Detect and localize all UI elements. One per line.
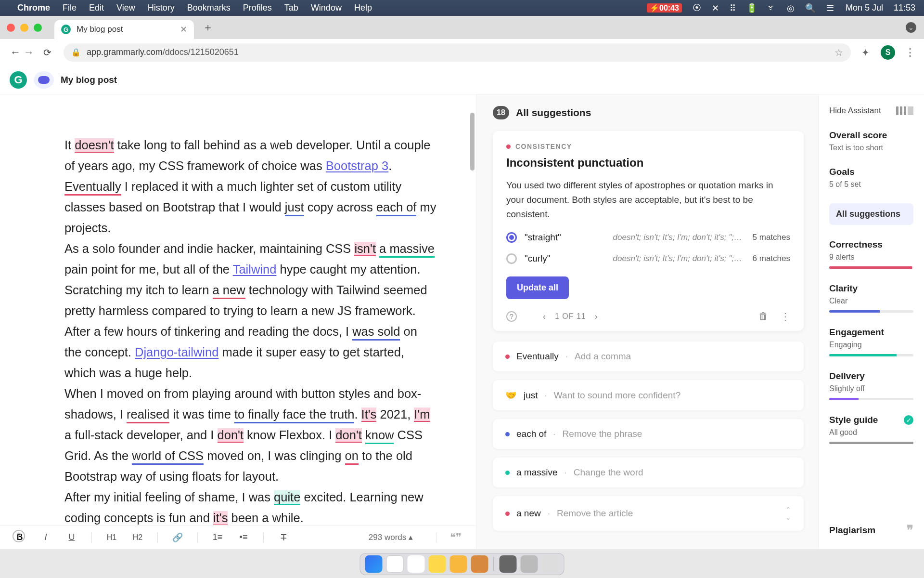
suggestion-row-a-massive[interactable]: a massive · Change the word <box>493 458 804 487</box>
menu-file[interactable]: File <box>63 3 77 13</box>
suggestion-row-each-of[interactable]: each of · Remove the phrase <box>493 419 804 449</box>
battery-icon[interactable]: 🔋 <box>746 3 757 13</box>
goals-toggle-icon[interactable] <box>34 71 54 89</box>
bookmark-star-icon[interactable]: ☆ <box>834 47 843 58</box>
reload-button[interactable]: ⟳ <box>40 47 54 58</box>
link-tailwind[interactable]: Tailwind <box>233 263 277 276</box>
menu-view[interactable]: View <box>116 3 135 13</box>
dock-chrome-icon[interactable] <box>386 555 404 573</box>
bolt-icon[interactable]: ⦿ <box>693 3 701 13</box>
grammarly-logo-icon[interactable]: G <box>10 71 27 89</box>
menu-profiles[interactable]: Profiles <box>243 3 272 13</box>
dock-app5-icon[interactable] <box>450 555 467 573</box>
italic-button[interactable]: I <box>39 532 52 542</box>
panel-clarity[interactable]: Clarity Clear <box>829 283 913 313</box>
menu-window[interactable]: Window <box>311 3 342 13</box>
trash-icon[interactable]: 🗑 <box>758 311 768 322</box>
menu-app[interactable]: Chrome <box>17 3 50 13</box>
doc-title-input[interactable] <box>61 75 182 85</box>
close-window-icon[interactable] <box>7 24 15 32</box>
hide-assistant-button[interactable]: Hide Assistant <box>829 106 913 116</box>
close-tab-icon[interactable]: ✕ <box>180 24 187 35</box>
suggestion-row-eventually[interactable]: Eventually · Add a comma <box>493 342 804 371</box>
word-count[interactable]: 293 words ▴ <box>369 532 413 542</box>
chrome-menu-icon[interactable]: ⋮ <box>905 46 915 59</box>
menu-history[interactable]: History <box>148 3 175 13</box>
dock-app3-icon[interactable] <box>408 555 425 573</box>
dock-app8-icon[interactable] <box>521 555 538 573</box>
panel-correctness[interactable]: Correctness 9 alerts <box>829 239 913 269</box>
tab-dropdown-icon[interactable]: ⌄ <box>906 22 916 33</box>
url-bar[interactable]: 🔒 app.grammarly.com/ddocs/1215020651 ☆ <box>64 43 851 62</box>
dock-folder-icon[interactable] <box>500 555 517 573</box>
dock-finder-icon[interactable] <box>365 555 383 573</box>
bulleted-list-button[interactable]: •≡ <box>237 532 250 542</box>
control-center-icon[interactable]: ☰ <box>826 3 834 13</box>
spotlight-icon[interactable]: 🔍 <box>805 3 816 13</box>
link-bootstrap[interactable]: Bootstrap 3 <box>326 159 388 172</box>
card-more-icon[interactable]: ⋮ <box>781 311 790 322</box>
editor-content[interactable]: It doesn't take long to fall behind as a… <box>0 94 476 525</box>
row-nav-icon[interactable]: ⌃⌄ <box>785 506 791 521</box>
new-tab-button[interactable]: ＋ <box>201 20 215 35</box>
nav-forward-button[interactable]: → <box>22 46 36 59</box>
menu-tab[interactable]: Tab <box>284 3 298 13</box>
option-curly[interactable]: "curly" doesn't; isn't; It's; I'm; don't… <box>506 253 790 264</box>
option-straight[interactable]: "straight" doesn't; isn't; It's; I'm; do… <box>506 232 790 243</box>
dock-app6-icon[interactable] <box>471 555 488 573</box>
menu-bookmarks[interactable]: Bookmarks <box>187 3 231 13</box>
minimize-window-icon[interactable] <box>20 24 28 32</box>
panel-overall-score[interactable]: Overall score Text is too short <box>829 130 913 152</box>
underline-button[interactable]: U <box>65 532 78 542</box>
wifi-icon[interactable]: ᯤ <box>768 3 776 13</box>
suggestion-card-expanded[interactable]: CONSISTENCY Inconsistent punctuation You… <box>493 131 804 331</box>
category-dot-icon <box>506 144 511 149</box>
chrome-profile-avatar[interactable]: S <box>881 45 895 60</box>
card-pager: ‹ 1 OF 11 › <box>543 312 598 322</box>
menubar-date[interactable]: Mon 5 Jul <box>846 3 883 13</box>
panel-engagement[interactable]: Engagement Engaging <box>829 327 913 356</box>
panel-goals[interactable]: Goals 5 of 5 set <box>829 167 913 189</box>
pager-prev-icon[interactable]: ‹ <box>543 312 546 322</box>
editor-column: It doesn't take long to fall behind as a… <box>0 94 476 549</box>
focus-icon[interactable]: ◎ <box>787 3 795 13</box>
suggestion-row-a-new[interactable]: a new · Remove the article ⌃⌄ <box>493 496 804 531</box>
panel-delivery[interactable]: Delivery Slightly off <box>829 371 913 400</box>
window-controls[interactable] <box>7 24 42 32</box>
panel-all-suggestions[interactable]: All suggestions <box>829 203 913 225</box>
numbered-list-button[interactable]: 1≡ <box>211 532 224 542</box>
radio-straight[interactable] <box>506 232 517 243</box>
maximize-window-icon[interactable] <box>34 24 42 32</box>
nav-back-button[interactable]: ← <box>9 46 22 59</box>
feedback-icon[interactable]: ❝❞ <box>450 531 462 544</box>
link-button[interactable]: 🔗 <box>171 532 184 543</box>
omnibar: ← → ⟳ 🔒 app.grammarly.com/ddocs/12150206… <box>0 39 924 66</box>
h2-button[interactable]: H2 <box>131 533 144 542</box>
extensions-icon[interactable]: ✦ <box>860 47 871 58</box>
browser-tab[interactable]: G My blog post ✕ <box>54 20 194 39</box>
card-description: You used two different styles of apostro… <box>506 178 790 222</box>
editor-scrollbar[interactable] <box>470 113 475 171</box>
menu-help[interactable]: Help <box>354 3 372 13</box>
mac-dock[interactable] <box>360 553 565 575</box>
assistant-sidebar: Hide Assistant Overall score Text is too… <box>818 94 924 549</box>
update-all-button[interactable]: Update all <box>506 276 569 299</box>
radio-curly[interactable] <box>506 253 517 264</box>
dock-notes-icon[interactable] <box>429 555 446 573</box>
clear-formatting-button[interactable]: T̶ <box>277 532 290 543</box>
panel-style-guide[interactable]: Style guide✓ All good <box>829 415 913 444</box>
pager-next-icon[interactable]: › <box>595 312 598 322</box>
x-status-icon[interactable]: ✕ <box>712 3 719 13</box>
h1-button[interactable]: H1 <box>105 533 118 542</box>
suggestion-row-just[interactable]: 🤝 just · Want to sound more confident? <box>493 380 804 410</box>
eq-icon[interactable]: ⠿ <box>730 3 736 13</box>
suggestions-column: 18 All suggestions CONSISTENCY Inconsist… <box>476 94 818 549</box>
info-icon[interactable]: ? <box>506 311 517 322</box>
menu-edit[interactable]: Edit <box>89 3 104 13</box>
dock-trash-icon[interactable] <box>542 555 559 573</box>
link-django-tailwind[interactable]: Django-tailwind <box>135 345 218 359</box>
battery-status[interactable]: ⚡00:43 <box>647 3 682 13</box>
menubar-clock[interactable]: 11:53 <box>894 3 915 13</box>
panel-plagiarism[interactable]: Plagiarism ❞ <box>829 523 913 538</box>
help-icon[interactable]: ? <box>13 530 25 542</box>
